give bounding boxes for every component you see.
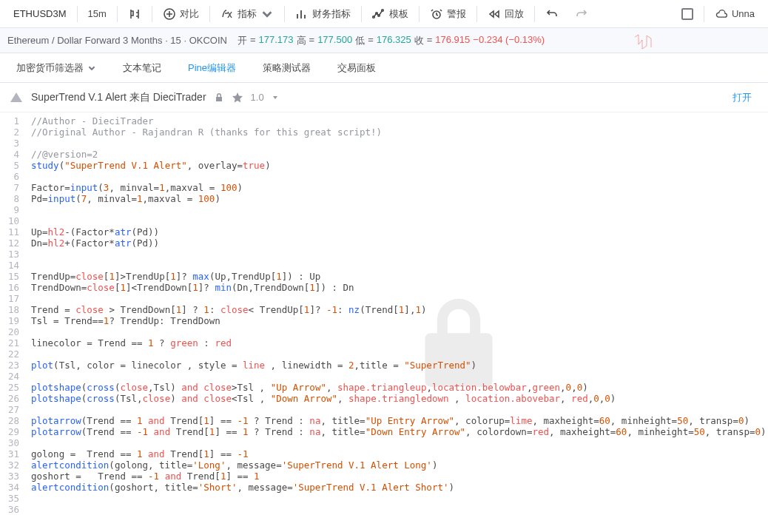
bar-chart-icon	[295, 7, 309, 21]
ohlc-panel: 开=177.173 高=177.500 低=176.325 收=176.915 …	[238, 34, 545, 47]
tab-notes[interactable]: 文本笔记	[110, 53, 175, 82]
compare-button[interactable]: 对比	[155, 0, 206, 27]
change-value: −0.234 (−0.13%)	[473, 34, 545, 47]
version-label: 1.0	[251, 92, 264, 103]
symbol-button[interactable]: ETHUSD3M	[6, 0, 74, 27]
financials-button[interactable]: 财务指标	[288, 0, 358, 27]
caret-down-icon[interactable]	[272, 94, 279, 101]
layout-button[interactable]	[674, 0, 701, 27]
tab-screener[interactable]: 加密货币筛选器	[3, 53, 110, 82]
open-value: 177.173	[259, 34, 294, 47]
plus-circle-icon	[163, 7, 176, 21]
script-title: SuperTrend V.1 Alert 来自 DieciTrader	[31, 91, 206, 104]
undo-button[interactable]	[538, 0, 566, 27]
redo-button[interactable]	[567, 0, 596, 27]
redo-icon	[575, 7, 588, 21]
script-icon	[9, 90, 24, 105]
high-value: 177.500	[317, 34, 352, 47]
alerts-button[interactable]: 警报	[422, 0, 474, 27]
undo-icon	[545, 7, 559, 21]
candles-icon	[128, 7, 141, 21]
bottom-panel-tabs: 加密货币筛选器 文本笔记 Pine编辑器 策略测试器 交易面板	[0, 53, 768, 83]
chevron-down-icon	[87, 64, 96, 73]
low-value: 176.325	[377, 34, 411, 47]
rewind-icon	[488, 7, 501, 21]
alarm-icon	[430, 7, 443, 21]
chart-title: Ethereum / Dollar Forward 3 Months · 15 …	[7, 35, 227, 46]
high-label: 高	[297, 34, 306, 47]
tab-strategy-tester[interactable]: 策略测试器	[249, 53, 324, 82]
replay-button[interactable]: 回放	[480, 0, 531, 27]
chart-status-bar: Ethereum / Dollar Forward 3 Months · 15 …	[0, 28, 768, 53]
top-toolbar: ETHUSD3M 15m 对比 指标 财务指标 模板 警报 回放	[0, 0, 768, 28]
open-label: 开	[238, 34, 247, 47]
save-cloud-button[interactable]: Unna	[707, 0, 762, 27]
open-button[interactable]: 打开	[732, 91, 759, 104]
graph-icon	[372, 7, 385, 21]
code-editor[interactable]: 1234567891011121314151617181920212223242…	[0, 112, 768, 532]
interval-button[interactable]: 15m	[81, 0, 114, 27]
close-label: 收	[414, 34, 424, 47]
tab-trading-panel[interactable]: 交易面板	[324, 53, 389, 82]
chevron-down-icon	[260, 7, 274, 21]
indicators-button[interactable]: 指标	[213, 0, 281, 27]
cloud-icon	[715, 7, 728, 21]
close-value: 176.915	[435, 34, 470, 47]
star-icon[interactable]	[232, 92, 243, 104]
line-gutter: 1234567891011121314151617181920212223242…	[0, 112, 25, 532]
lock-icon	[214, 92, 224, 103]
low-label: 低	[355, 34, 365, 47]
tab-pine-editor[interactable]: Pine编辑器	[175, 53, 249, 82]
templates-button[interactable]: 模板	[365, 0, 416, 27]
code-content[interactable]: //Author - DieciTrader//Original Author …	[25, 112, 767, 532]
script-header: SuperTrend V.1 Alert 来自 DieciTrader 1.0 …	[0, 83, 768, 112]
mini-chart-peek	[635, 31, 694, 50]
square-icon	[681, 8, 693, 20]
chart-style-button[interactable]	[121, 0, 149, 27]
fx-icon	[220, 7, 234, 21]
